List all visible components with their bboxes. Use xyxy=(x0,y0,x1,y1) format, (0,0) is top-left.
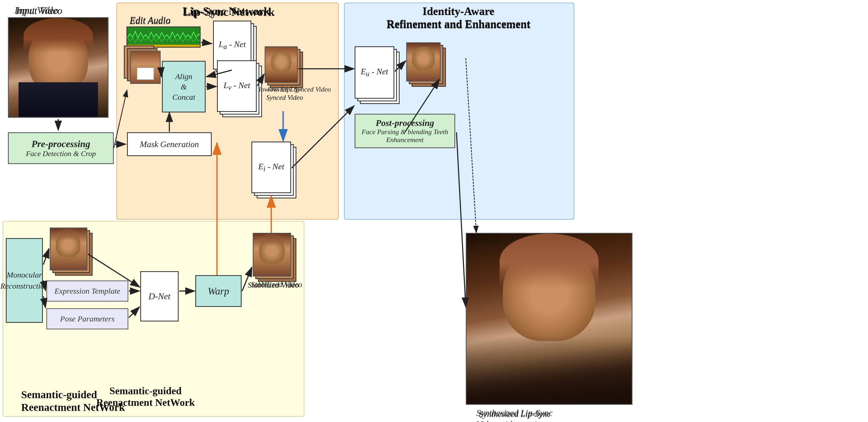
postprocessing-box: Post-processing Face Parsing & blending … xyxy=(354,114,455,148)
postprocessing-sub: Face Parsing & blending Teeth Enhancemen… xyxy=(355,128,454,144)
stab-face-image xyxy=(253,233,291,277)
pose-parameters-label: Pose Parameters xyxy=(60,314,115,323)
sem-face-image xyxy=(50,228,87,270)
identity-aware-title: Identity-AwareRefinement and Enhancement xyxy=(345,5,571,31)
lowres-label-display: low-res Lip-Synced Video xyxy=(259,85,310,102)
synthesized-label-display: Synthesized Lip-SyncVideo with emotions xyxy=(479,409,551,422)
main-diagram: Input Video Pre-processing Face Detectio… xyxy=(0,0,868,422)
ei-net-box: Ei - Net xyxy=(251,141,291,193)
output-face-image xyxy=(406,42,441,82)
postprocessing-label: Post-processing xyxy=(376,118,434,128)
align-concat-box: Align&Concat xyxy=(162,61,206,112)
preprocessing-sub: Face Detection & Crop xyxy=(26,150,96,158)
preprocessing-box: Pre-processing Face Detection & Crop xyxy=(8,132,114,164)
identity-region xyxy=(344,3,574,220)
expression-template-label: Expression Template xyxy=(55,287,120,295)
eu-net-box: Eu - Net xyxy=(354,46,394,99)
lowres-face-image xyxy=(265,46,298,83)
lv-net-label: Lv - Net xyxy=(224,80,250,92)
mask-generation-box: Mask Generation xyxy=(127,132,212,156)
expression-template-box: Expression Template xyxy=(46,281,128,302)
warp-box: Warp xyxy=(195,275,242,307)
align-concat-label: Align&Concat xyxy=(172,71,195,102)
synthesized-face-image xyxy=(466,233,632,405)
d-net-label: D-Net xyxy=(149,291,170,301)
ei-net-label: Ei - Net xyxy=(258,162,284,173)
audio-waveform xyxy=(126,27,200,47)
monocular-box: Monocular Reconstruction xyxy=(6,238,43,323)
d-net-box: D-Net xyxy=(140,271,179,321)
face-mask xyxy=(137,67,154,80)
la-net-label: La - Net xyxy=(219,39,246,51)
input-video-image xyxy=(8,17,108,118)
lv-net-box: Lv - Net xyxy=(217,60,257,112)
warp-label: Warp xyxy=(208,285,229,297)
pose-parameters-box: Pose Parameters xyxy=(46,308,128,329)
stabilized-video-display: Stabilized Video xyxy=(243,281,304,289)
face-masked-image xyxy=(130,51,161,84)
mask-generation-label: Mask Generation xyxy=(140,139,199,149)
edit-audio-display: Edit Audio xyxy=(130,15,170,27)
preprocessing-label: Pre-processing xyxy=(31,138,90,150)
monocular-label: Monocular Reconstruction xyxy=(0,269,49,292)
input-video-display: Input Video xyxy=(16,5,62,17)
semantic-guided-title: Semantic-guidedReenactment NetWork xyxy=(21,388,233,414)
eu-net-label: Eu - Net xyxy=(361,67,388,78)
